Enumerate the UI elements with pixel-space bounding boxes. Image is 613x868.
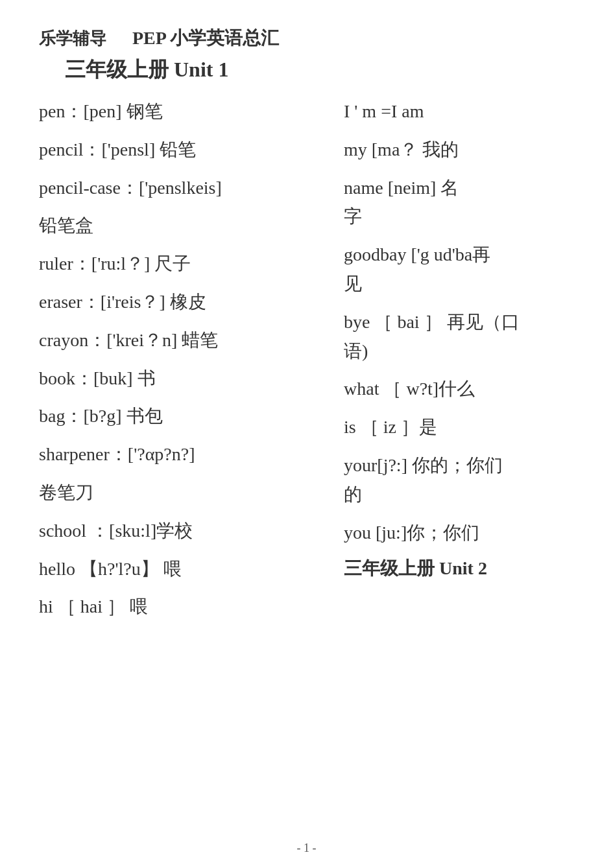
list-item: ruler：['ru:l？] 尺子 — [39, 250, 337, 279]
list-item: goodbay ['g ud'ba再见 — [344, 240, 574, 299]
content-area: pen：[pen] 钢笔 pencil：['pensl] 铅笔 pencil-c… — [39, 97, 574, 631]
right-column: I ' m =I am my [ma？ 我的 name [neim] 名字 go… — [337, 97, 574, 631]
list-item: pencil-case：['penslkeis] — [39, 174, 337, 203]
list-item: 铅笔盒 — [39, 211, 337, 240]
list-item: my [ma？ 我的 — [344, 135, 574, 165]
list-item: pen：[pen] 钢笔 — [39, 97, 337, 126]
list-item: bye ［ bai ］ 再见（口语) — [344, 308, 574, 366]
list-item: hi ［ hai ］ 喂 — [39, 592, 337, 622]
header-line1: 乐学辅导 PEP 小学英语总汇 — [39, 26, 574, 51]
list-item: is ［ iz ］是 — [344, 413, 574, 442]
list-item: 卷笔刀 — [39, 478, 337, 508]
list-item: what ［ w?t]什么 — [344, 375, 574, 404]
list-item: I ' m =I am — [344, 97, 574, 126]
main-title: PEP 小学英语总汇 — [132, 26, 279, 51]
list-item: sharpener：['?αp?n?] — [39, 440, 337, 469]
list-item: bag：[b?g] 书包 — [39, 402, 337, 431]
list-item: name [neim] 名字 — [344, 174, 574, 232]
list-item: eraser：[i'reis？] 橡皮 — [39, 288, 337, 317]
brand-label: 乐学辅导 — [39, 27, 106, 50]
list-item: your[j?:] 你的；你们的 — [344, 451, 574, 510]
list-item: school ：[sku:l]学校 — [39, 517, 337, 546]
list-item: pencil：['pensl] 铅笔 — [39, 135, 337, 165]
list-item: hello 【h?'l?u】 喂 — [39, 555, 337, 584]
subtitle: 三年级上册 Unit 1 — [65, 56, 574, 84]
page-number: - 1 - — [297, 841, 317, 855]
list-item: you [ju:]你；你们 — [344, 519, 574, 548]
page: 乐学辅导 PEP 小学英语总汇 三年级上册 Unit 1 pen：[pen] 钢… — [0, 0, 613, 868]
left-column: pen：[pen] 钢笔 pencil：['pensl] 铅笔 pencil-c… — [39, 97, 337, 631]
unit2-header: 三年级上册 Unit 2 — [344, 556, 574, 581]
list-item: crayon：['krei？n] 蜡笔 — [39, 326, 337, 355]
list-item: book：[buk] 书 — [39, 364, 337, 393]
